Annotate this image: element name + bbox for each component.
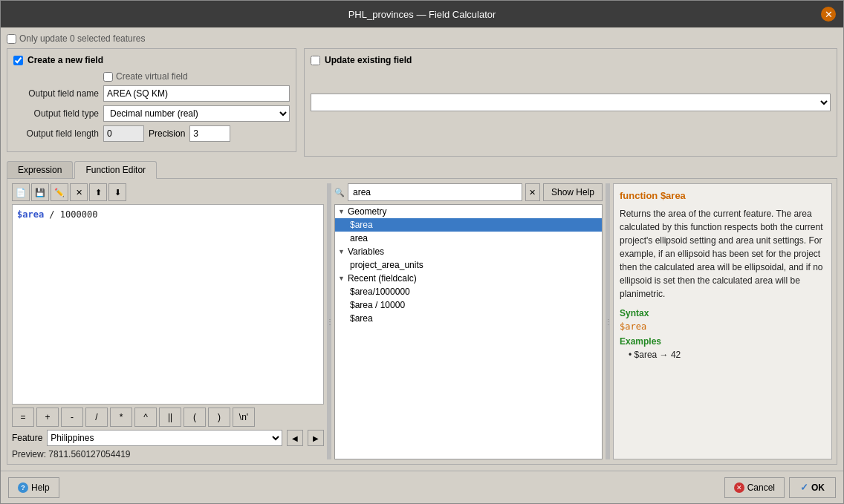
save-button[interactable]: 💾 (31, 183, 49, 201)
calc-rparen[interactable]: ) (208, 408, 230, 427)
update-existing-label: Update existing field (325, 55, 412, 65)
edit-button[interactable]: ✏️ (51, 183, 68, 201)
tree-item-area-1000000[interactable]: $area/1000000 (335, 285, 602, 298)
output-type-select[interactable]: Decimal number (real) (103, 105, 290, 122)
search-clear-button[interactable]: ✕ (525, 183, 540, 201)
length-input[interactable] (103, 125, 144, 142)
divider-2[interactable]: ⋮ (606, 183, 610, 459)
divider-1[interactable]: ⋮ (327, 183, 331, 459)
create-new-field-label: Create a new field (27, 55, 103, 65)
feature-label: Feature (12, 433, 42, 443)
create-new-field-checkbox[interactable] (13, 56, 23, 65)
show-help-button[interactable]: Show Help (543, 183, 603, 201)
expr-area-var: $area (17, 209, 44, 220)
help-button[interactable]: ? Help (8, 477, 59, 498)
item-label: project_area_units (350, 260, 423, 270)
item-label: $area/1000000 (350, 287, 410, 297)
help-syntax-value: $area (620, 321, 825, 332)
cancel-button[interactable]: ✕ Cancel (724, 477, 785, 498)
ok-button[interactable]: ✓ OK (789, 477, 836, 498)
calc-newline[interactable]: \n' (233, 408, 255, 427)
calc-eq[interactable]: = (12, 408, 34, 427)
feature-select[interactable]: Philippines (47, 430, 282, 446)
titlebar: PHL_provinces — Field Calculator ✕ (1, 1, 843, 27)
left-panel: Create a new field Create virtual field … (7, 48, 296, 157)
help-title: function $area (620, 190, 825, 201)
create-field-box: Create a new field Create virtual field … (7, 48, 296, 152)
delete-button[interactable]: ✕ (70, 183, 88, 201)
tree-item-area-only[interactable]: $area (335, 312, 602, 325)
update-header: Update existing field (311, 55, 831, 65)
tab-expression[interactable]: Expression (7, 161, 73, 178)
section-row: Create a new field Create virtual field … (7, 48, 837, 157)
output-type-label: Output field type (13, 108, 99, 119)
tree-category-variables[interactable]: ▼ Variables (335, 245, 602, 258)
prev-feature-button[interactable]: ◀ (287, 430, 303, 446)
preview-label: Preview: (12, 449, 46, 459)
category-label: Recent (fieldcalc) (348, 273, 417, 284)
top-options-row: Only update 0 selected features (7, 33, 837, 44)
update-existing-select[interactable] (311, 94, 831, 111)
calc-concat[interactable]: || (159, 408, 181, 427)
new-file-button[interactable]: 📄 (12, 183, 30, 201)
expand-icon: ▼ (338, 275, 345, 282)
main-tab-area: 📄 💾 ✏️ ✕ ⬆ ⬇ $area / 1000000 = + (7, 179, 837, 465)
help-example-text: • $area → 42 (629, 350, 681, 360)
virtual-field-row: Create virtual field (13, 71, 290, 82)
preview-value: 7811.560127054419 (48, 449, 130, 459)
tree-item-area-10000[interactable]: $area / 10000 (335, 298, 602, 312)
virtual-field-label[interactable]: Create virtual field (103, 71, 188, 82)
expression-display[interactable]: $area / 1000000 (12, 204, 324, 405)
output-name-input[interactable] (103, 85, 290, 102)
precision-label: Precision (149, 128, 185, 139)
tree-category-geometry[interactable]: ▼ Geometry (335, 205, 602, 218)
item-label: $area (350, 313, 373, 324)
calc-mul[interactable]: * (110, 408, 132, 427)
search-row: 🔍 ✕ Show Help (334, 183, 603, 201)
export-button[interactable]: ⬇ (108, 183, 126, 201)
search-input[interactable] (348, 183, 522, 201)
create-field-header: Create a new field (13, 55, 290, 65)
only-update-checkbox[interactable] (7, 34, 16, 44)
expand-icon: ▼ (338, 208, 345, 215)
calc-lparen[interactable]: ( (184, 408, 206, 427)
tree-item-project-area-units[interactable]: project_area_units (335, 258, 602, 272)
precision-input[interactable] (189, 125, 230, 142)
tab-function-editor[interactable]: Function Editor (74, 161, 157, 179)
calc-buttons-row: = + - / * ^ || ( ) \n' (12, 408, 324, 427)
tree-category-recent[interactable]: ▼ Recent (fieldcalc) (335, 272, 602, 285)
close-button[interactable]: ✕ (821, 7, 836, 22)
tree-item-area[interactable]: area (335, 232, 602, 245)
help-examples-title: Examples (620, 336, 825, 347)
item-label: $area / 10000 (350, 300, 405, 310)
cancel-icon: ✕ (734, 482, 744, 493)
category-label: Variables (348, 246, 384, 257)
function-tree: ▼ Geometry $area area ▼ Variables (334, 204, 603, 459)
load-button[interactable]: ⬆ (89, 183, 107, 201)
output-type-row: Output field type Decimal number (real) (13, 105, 290, 122)
search-icon: 🔍 (334, 188, 345, 197)
update-field-box: Update existing field (304, 48, 837, 157)
expr-rest: / 1000000 (44, 209, 97, 220)
length-precision-row: Precision (103, 125, 230, 142)
calc-minus[interactable]: - (61, 408, 83, 427)
only-update-label[interactable]: Only update 0 selected features (7, 33, 145, 44)
item-label: area (350, 233, 368, 243)
update-existing-checkbox[interactable] (311, 56, 320, 65)
calc-plus[interactable]: + (36, 408, 59, 427)
ok-check-icon: ✓ (800, 482, 808, 493)
main-window: PHL_provinces — Field Calculator ✕ Only … (0, 0, 844, 504)
content-area: Only update 0 selected features Create a… (1, 27, 843, 471)
window-title: PHL_provinces — Field Calculator (23, 9, 821, 20)
bottom-bar: ? Help ✕ Cancel ✓ OK (1, 471, 843, 503)
feature-row: Feature Philippines ◀ ▶ (12, 430, 324, 446)
calc-pow[interactable]: ^ (134, 408, 157, 427)
tree-item-area-selected[interactable]: $area (335, 218, 602, 232)
help-syntax-title: Syntax (620, 308, 825, 318)
output-name-label: Output field name (13, 88, 99, 99)
virtual-field-checkbox[interactable] (103, 72, 113, 82)
output-name-row: Output field name (13, 85, 290, 102)
next-feature-button[interactable]: ▶ (308, 430, 324, 446)
calc-div[interactable]: / (85, 408, 108, 427)
item-label: $area (350, 220, 373, 230)
